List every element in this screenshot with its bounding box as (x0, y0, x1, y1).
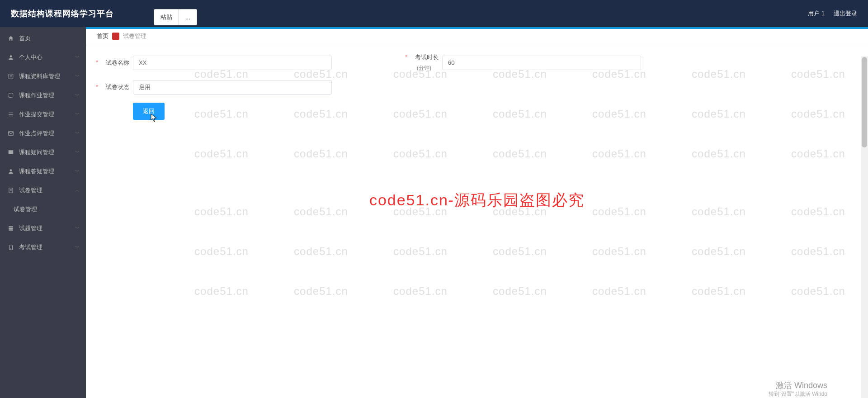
sidebar-item-submit[interactable]: 作业提交管理 ﹀ (0, 105, 86, 124)
form-item-duration: 考试时长 (分钟) (406, 53, 641, 72)
paste-button-group: 粘贴 ... (154, 9, 197, 25)
chevron-down-icon: ﹀ (75, 149, 80, 156)
svg-rect-4 (9, 93, 13, 97)
sidebar-item-home[interactable]: 首页 (0, 29, 86, 48)
list-icon (7, 111, 14, 118)
chevron-down-icon: ﹀ (75, 168, 80, 175)
name-input[interactable] (133, 56, 332, 70)
breadcrumb-separator-icon (112, 33, 119, 40)
sidebar-item-exam[interactable]: 考试管理 ﹀ (0, 238, 86, 257)
svg-point-15 (10, 249, 11, 249)
item-icon (7, 225, 14, 232)
svg-point-0 (10, 55, 12, 57)
windows-activate: 激活 Windows (776, 380, 827, 391)
sidebar-item-label: 课程答疑管理 (19, 167, 54, 175)
chevron-down-icon: ﹀ (75, 73, 80, 80)
chevron-down-icon: ﹀ (75, 111, 80, 118)
chevron-up-icon: ︿ (75, 187, 80, 194)
home-icon (7, 35, 14, 42)
paste-more-button[interactable]: ... (179, 9, 197, 25)
duration-label: 考试时长 (406, 53, 442, 62)
sidebar-item-label: 课程资料库管理 (19, 72, 60, 81)
duration-input[interactable] (442, 56, 641, 70)
form-item-name: 试卷名称 (97, 56, 332, 70)
answer-icon (7, 168, 14, 175)
status-value: 启用 (139, 83, 151, 91)
breadcrumb-home[interactable]: 首页 (97, 32, 108, 40)
user-label[interactable]: 用户 1 (808, 9, 825, 18)
mail-icon (7, 130, 14, 137)
sidebar-item-profile[interactable]: 个人中心 ﹀ (0, 48, 86, 67)
paste-button[interactable]: 粘贴 (154, 9, 179, 25)
user-icon (7, 54, 14, 61)
app-title: 数据结构课程网络学习平台 (0, 8, 125, 19)
sidebar-item-label: 课程作业管理 (19, 91, 54, 100)
question-icon (7, 149, 14, 156)
accent-bar (86, 27, 868, 29)
sidebar-item-label: 作业点评管理 (19, 129, 54, 137)
sidebar-subitem-paper[interactable]: 试卷管理 (0, 200, 86, 219)
sidebar-item-label: 试题管理 (19, 224, 42, 232)
book-icon (7, 73, 14, 80)
sidebar-item-paper[interactable]: 试卷管理 ︿ (0, 181, 86, 200)
status-select[interactable]: 启用 (133, 80, 332, 95)
sidebar-item-question[interactable]: 课程疑问管理 ﹀ (0, 143, 86, 162)
svg-point-10 (10, 169, 12, 171)
windows-activate-sub: 转到"设置"以激活 Windo (769, 390, 827, 398)
sidebar-item-homework[interactable]: 课程作业管理 ﹀ (0, 86, 86, 105)
chevron-down-icon: ﹀ (75, 54, 80, 61)
chevron-down-icon: ﹀ (75, 130, 80, 137)
chevron-down-icon: ﹀ (75, 92, 80, 99)
sidebar-item-label: 课程疑问管理 (19, 148, 54, 156)
duration-unit: (分钟) (406, 64, 442, 72)
sidebar-item-label: 个人中心 (19, 53, 42, 62)
sidebar-item-label: 考试管理 (19, 243, 42, 251)
sidebar-item-answer[interactable]: 课程答疑管理 ﹀ (0, 162, 86, 181)
main-content: code51.cncode51.cncode51.cncode51.cncode… (86, 27, 868, 398)
exam-icon (7, 244, 14, 251)
sidebar-item-label: 作业提交管理 (19, 110, 54, 118)
sidebar-item-label: 试卷管理 (19, 186, 42, 194)
task-icon (7, 92, 14, 99)
form-item-status: 试卷状态 启用 (97, 80, 332, 95)
paper-icon (7, 187, 14, 194)
app-header: 数据结构课程网络学习平台 用户 1 退出登录 (0, 0, 868, 27)
sidebar: 首页 个人中心 ﹀ 课程资料库管理 ﹀ 课程作业管理 ﹀ (0, 27, 86, 398)
sidebar-item-label: 试卷管理 (14, 206, 37, 213)
sidebar-item-materials[interactable]: 课程资料库管理 ﹀ (0, 67, 86, 86)
sidebar-item-questionbank[interactable]: 试题管理 ﹀ (0, 219, 86, 238)
sidebar-item-label: 首页 (19, 34, 31, 43)
back-button[interactable]: 返回 (133, 103, 165, 120)
logout-link[interactable]: 退出登录 (834, 9, 857, 18)
chevron-down-icon: ﹀ (75, 244, 80, 251)
breadcrumb: 首页 试卷管理 (86, 27, 868, 45)
form-area: 试卷名称 考试时长 (分钟) 试卷状态 (86, 45, 868, 128)
sidebar-item-review[interactable]: 作业点评管理 ﹀ (0, 124, 86, 143)
header-right: 用户 1 退出登录 (808, 9, 868, 18)
watermark-banner: code51.cn-源码乐园盗图必究 (369, 190, 585, 211)
breadcrumb-current: 试卷管理 (123, 32, 146, 40)
chevron-down-icon: ﹀ (75, 225, 80, 232)
status-label: 试卷状态 (97, 83, 133, 91)
name-label: 试卷名称 (97, 59, 133, 67)
svg-rect-9 (9, 150, 14, 154)
